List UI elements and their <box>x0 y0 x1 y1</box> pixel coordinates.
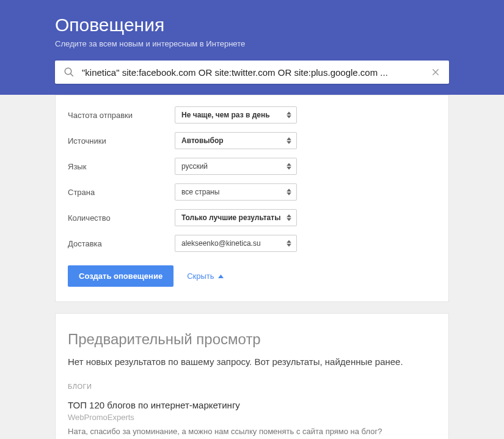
howmany-select[interactable]: Только лучшие результаты <box>175 209 297 226</box>
preview-description: Нет новых результатов по вашему запросу.… <box>68 356 436 367</box>
hide-options-button[interactable]: Скрыть <box>187 271 223 281</box>
page-title: Оповещения <box>55 15 449 35</box>
option-row-sources: Источники Автовыбор <box>68 132 436 149</box>
result-item: ТОП 120 блогов по интернет-маркетингу We… <box>68 400 436 439</box>
select-value: alekseenko@kinetica.su <box>181 239 261 248</box>
option-label: Источники <box>68 136 175 146</box>
chevron-up-icon <box>218 275 224 278</box>
result-snippet: Ната, спасибо за упоминание, а можно нам… <box>68 426 436 439</box>
create-alert-button[interactable]: Создать оповещение <box>68 265 173 287</box>
option-label: Частота отправки <box>68 111 175 120</box>
option-row-howmany: Количество Только лучшие результаты <box>68 209 436 226</box>
search-input[interactable] <box>82 67 431 78</box>
option-row-language: Язык русский <box>68 158 436 175</box>
page-subtitle: Следите за всем новым и интересным в Инт… <box>55 39 449 48</box>
result-source: WebPromoExperts <box>68 413 436 422</box>
svg-point-0 <box>65 68 71 75</box>
frequency-select[interactable]: Не чаще, чем раз в день <box>175 106 297 124</box>
search-bar-container <box>0 61 504 95</box>
page-header: Оповещения Следите за всем новым и интер… <box>0 0 504 61</box>
select-value: русский <box>181 162 208 171</box>
select-value: все страны <box>181 188 219 196</box>
sources-select[interactable]: Автовыбор <box>175 132 297 149</box>
search-icon <box>64 67 75 78</box>
preview-card: Предварительный просмотр Нет новых резул… <box>55 313 449 439</box>
language-select[interactable]: русский <box>175 158 297 175</box>
select-value: Только лучшие результаты <box>181 213 280 222</box>
preview-title: Предварительный просмотр <box>68 331 436 348</box>
region-select[interactable]: все страны <box>175 183 297 201</box>
select-value: Не чаще, чем раз в день <box>181 111 270 119</box>
hide-label: Скрыть <box>187 271 214 281</box>
chevron-updown-icon <box>287 215 291 221</box>
search-box[interactable] <box>55 61 449 84</box>
svg-line-1 <box>70 73 73 76</box>
clear-icon[interactable] <box>431 67 440 77</box>
options-card: Частота отправки Не чаще, чем раз в день… <box>55 95 449 302</box>
actions-row: Создать оповещение Скрыть <box>68 265 436 287</box>
chevron-updown-icon <box>287 240 291 247</box>
option-row-frequency: Частота отправки Не чаще, чем раз в день <box>68 106 436 124</box>
result-title[interactable]: ТОП 120 блогов по интернет-маркетингу <box>68 400 436 410</box>
option-row-region: Страна все страны <box>68 183 436 201</box>
section-label-blogs: БЛОГИ <box>68 383 436 390</box>
option-label: Доставка <box>68 239 175 248</box>
chevron-updown-icon <box>287 163 291 170</box>
select-value: Автовыбор <box>181 136 224 145</box>
option-label: Язык <box>68 162 175 171</box>
option-row-deliver: Доставка alekseenko@kinetica.su <box>68 235 436 252</box>
chevron-updown-icon <box>287 112 291 119</box>
option-label: Количество <box>68 213 175 223</box>
option-label: Страна <box>68 188 175 197</box>
chevron-updown-icon <box>287 189 291 196</box>
chevron-updown-icon <box>287 138 291 144</box>
deliver-select[interactable]: alekseenko@kinetica.su <box>175 235 297 252</box>
